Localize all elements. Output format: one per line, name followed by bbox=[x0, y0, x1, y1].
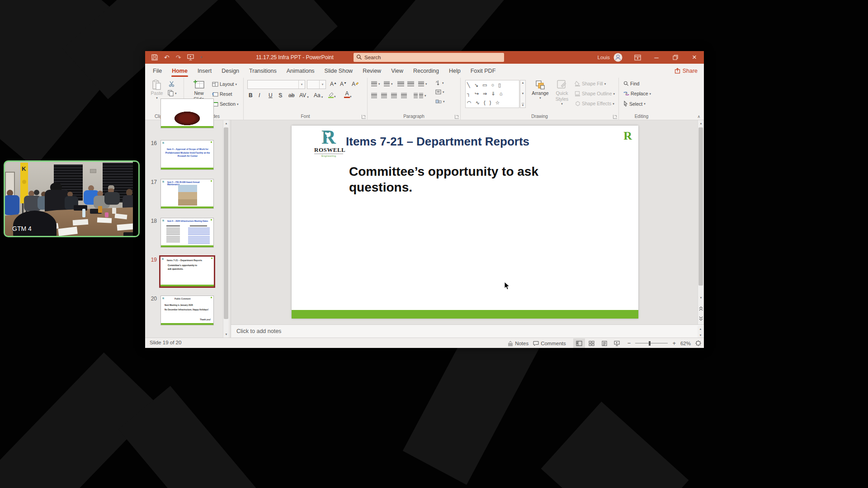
previous-slide-icon[interactable] bbox=[698, 305, 704, 312]
paragraph-dialog-launcher-icon[interactable] bbox=[455, 115, 459, 119]
align-text-button[interactable]: ▾ bbox=[435, 89, 444, 94]
tab-animations[interactable]: Animations bbox=[282, 64, 320, 78]
zoom-in-button[interactable]: + bbox=[672, 340, 676, 347]
thumbnail-slide-19-selected[interactable]: R Items 7-21 – Department Reports Commit… bbox=[159, 255, 215, 288]
tab-transitions[interactable]: Transitions bbox=[244, 64, 282, 78]
align-left-button[interactable] bbox=[371, 93, 377, 98]
strikethrough-button[interactable]: ab bbox=[287, 92, 296, 99]
font-dialog-launcher-icon[interactable] bbox=[362, 115, 366, 119]
scrollbar-thumb[interactable] bbox=[224, 127, 228, 319]
section-button[interactable]: Section▾ bbox=[212, 101, 239, 107]
thumbnail-slide-15[interactable] bbox=[160, 99, 214, 128]
align-center-button[interactable] bbox=[381, 93, 387, 98]
shrink-font-button[interactable]: A▼ bbox=[339, 81, 348, 87]
slide-scrollbar[interactable]: ▲ ▼ bbox=[698, 120, 703, 324]
restore-button[interactable] bbox=[666, 51, 685, 64]
slide-body-text[interactable]: Committee’s opportunity to ask questions… bbox=[349, 164, 561, 195]
font-size-select[interactable]: ▾ bbox=[307, 80, 326, 89]
close-button[interactable]: × bbox=[685, 51, 704, 64]
find-button[interactable]: Find bbox=[623, 81, 639, 86]
thumbnail-slide-18[interactable]: R Item 6 – 2026 Infrastructure Meeting D… bbox=[160, 218, 214, 248]
zoom-out-button[interactable]: − bbox=[627, 340, 631, 347]
tab-design[interactable]: Design bbox=[217, 64, 244, 78]
columns-button[interactable]: ▾ bbox=[414, 93, 426, 98]
tab-foxit-pdf[interactable]: Foxit PDF bbox=[466, 64, 501, 78]
thumbnail-scrollbar[interactable]: ▲ ▼ bbox=[223, 120, 229, 338]
tab-file[interactable]: File bbox=[148, 64, 167, 78]
fit-slide-to-window-button[interactable] bbox=[695, 340, 701, 346]
zoom-slider[interactable] bbox=[635, 341, 668, 346]
slide-counter[interactable]: Slide 19 of 20 bbox=[150, 340, 181, 345]
undo-icon[interactable]: ↶ bbox=[164, 54, 170, 61]
decrease-indent-button[interactable] bbox=[397, 81, 404, 86]
reset-button[interactable]: Reset bbox=[212, 91, 232, 97]
drawing-dialog-launcher-icon[interactable] bbox=[613, 115, 617, 119]
text-highlight-button[interactable]: ▾ bbox=[328, 92, 336, 98]
comments-toggle[interactable]: Comments bbox=[533, 341, 566, 346]
next-slide-icon[interactable] bbox=[698, 315, 704, 322]
clear-formatting-button[interactable]: A bbox=[350, 81, 360, 87]
quick-styles-button[interactable]: Quick Styles ▾ bbox=[552, 80, 572, 105]
tab-review[interactable]: Review bbox=[358, 64, 386, 78]
notes-toggle[interactable]: Notes bbox=[508, 341, 528, 346]
bold-button[interactable]: B bbox=[247, 92, 254, 99]
share-button[interactable]: Share bbox=[675, 64, 698, 78]
tab-recording[interactable]: Recording bbox=[408, 64, 444, 78]
ribbon-display-options-icon[interactable] bbox=[628, 51, 647, 64]
thumbnail-slide-20[interactable]: R Public Comment Next Meeting is January… bbox=[160, 296, 214, 325]
shape-effects-button[interactable]: Shape Effects▾ bbox=[575, 101, 614, 106]
shapes-gallery[interactable]: ╲ ↘ ▭ ○ ▯ ┐ ↪ ⇒ ⇓ ⌂ ◠ ∿ { } ☆ bbox=[465, 80, 519, 108]
notes-pane[interactable]: Click to add notes ▲ ▼ bbox=[231, 324, 704, 338]
minimize-button[interactable]: ─ bbox=[647, 51, 666, 64]
thumbnail-slide-17[interactable]: R Item 5 – ITB 26-008 Award Annual Maint… bbox=[160, 179, 214, 209]
save-icon[interactable] bbox=[151, 54, 158, 61]
select-button[interactable]: Select▾ bbox=[623, 101, 646, 107]
increase-indent-button[interactable] bbox=[407, 81, 414, 86]
change-case-button[interactable]: Aa▾ bbox=[312, 92, 324, 99]
current-slide-canvas[interactable]: R ROSWELL Engineering Items 7-21 – Depar… bbox=[292, 126, 638, 319]
shadow-button[interactable]: S bbox=[277, 92, 283, 99]
scroll-up-icon[interactable]: ▲ bbox=[698, 326, 703, 332]
shape-fill-button[interactable]: Shape Fill▾ bbox=[575, 81, 606, 86]
scrollbar-thumb[interactable] bbox=[698, 127, 703, 286]
thumbnail-slide-16[interactable]: R Item 4 – Approval of Scope of Work for… bbox=[160, 140, 214, 170]
underline-button[interactable]: U bbox=[267, 92, 274, 99]
scroll-up-icon[interactable]: ▲ bbox=[698, 120, 704, 127]
zoom-slider-thumb[interactable] bbox=[649, 341, 651, 346]
reading-view-button[interactable] bbox=[599, 338, 610, 348]
italic-button[interactable]: I bbox=[257, 92, 261, 99]
font-name-select[interactable]: ▾ bbox=[247, 80, 305, 89]
slide-show-button[interactable] bbox=[611, 338, 623, 348]
scroll-up-icon[interactable]: ▲ bbox=[223, 120, 229, 127]
scroll-down-icon[interactable]: ▼ bbox=[698, 295, 704, 301]
character-spacing-button[interactable]: AV▾ bbox=[298, 92, 310, 99]
replace-button[interactable]: b Replace▾ bbox=[623, 91, 651, 96]
start-presentation-icon[interactable] bbox=[187, 54, 194, 61]
tab-home[interactable]: Home bbox=[167, 64, 193, 78]
tab-view[interactable]: View bbox=[386, 64, 408, 78]
font-color-button[interactable]: A ▾ bbox=[344, 91, 352, 98]
customize-qat-icon[interactable]: ▾ bbox=[200, 56, 202, 59]
arrange-button[interactable]: Arrange ▾ bbox=[529, 80, 551, 99]
shapes-gallery-scroll[interactable]: ▲ ▼ ▼ bbox=[520, 80, 526, 108]
tab-insert[interactable]: Insert bbox=[193, 64, 217, 78]
shape-outline-button[interactable]: Shape Outline▾ bbox=[575, 91, 615, 96]
zoom-level[interactable]: 62% bbox=[680, 341, 691, 346]
normal-view-button[interactable] bbox=[573, 338, 585, 348]
copy-button[interactable]: ▾ bbox=[168, 90, 177, 96]
grow-font-button[interactable]: A▲ bbox=[329, 81, 338, 87]
slide-title[interactable]: Items 7-21 – Department Reports bbox=[346, 135, 599, 149]
avatar[interactable] bbox=[613, 53, 623, 62]
search-input[interactable]: Search bbox=[354, 53, 504, 62]
text-direction-button[interactable]: A▾ bbox=[435, 80, 444, 85]
scroll-down-icon[interactable]: ▼ bbox=[223, 331, 229, 338]
align-right-button[interactable] bbox=[391, 93, 397, 98]
layout-button[interactable]: Layout▾ bbox=[212, 81, 237, 87]
slide-sorter-view-button[interactable] bbox=[586, 338, 598, 348]
convert-smartart-button[interactable]: ▾ bbox=[435, 99, 445, 104]
tab-help[interactable]: Help bbox=[444, 64, 466, 78]
paste-button[interactable]: Paste ▾ bbox=[149, 80, 165, 99]
bullets-button[interactable]: ▾ bbox=[371, 81, 380, 86]
justify-button[interactable] bbox=[401, 93, 407, 98]
collapse-ribbon-icon[interactable]: ∧ bbox=[697, 114, 700, 119]
